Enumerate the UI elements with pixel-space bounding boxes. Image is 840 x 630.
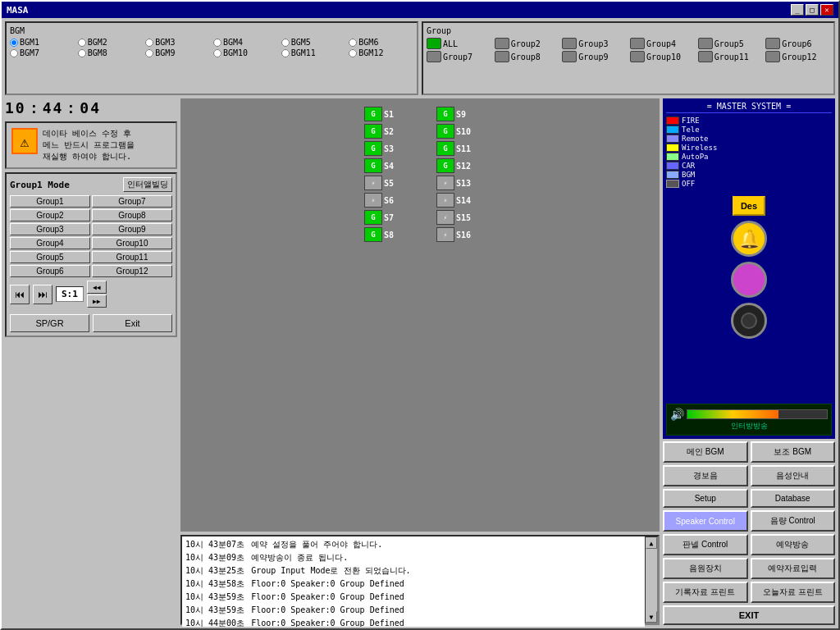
reservation-input-button[interactable]: 예약자료입력 xyxy=(751,558,836,579)
bgm3-label: BGM3 xyxy=(155,38,175,47)
group3-btn[interactable]: Group3 xyxy=(562,38,627,49)
bgm5-radio[interactable] xyxy=(281,39,290,47)
group11-label: Group11 xyxy=(714,52,749,62)
minimize-button[interactable]: _ xyxy=(791,4,804,16)
setup-button[interactable]: Setup xyxy=(663,489,748,508)
s6-button[interactable]: ⚡ xyxy=(364,193,382,208)
group9-btn[interactable]: Group9 xyxy=(562,51,627,62)
bgm7-radio[interactable] xyxy=(10,49,18,57)
s12-button[interactable]: G xyxy=(436,158,454,173)
sub-bgm-button[interactable]: 보조 BGM xyxy=(751,441,836,463)
panel-control-button[interactable]: 판넬 Control xyxy=(663,534,748,555)
s3-button[interactable]: G xyxy=(364,141,382,156)
s9-button[interactable]: G xyxy=(436,107,454,121)
group4-btn-small[interactable]: Group4 xyxy=(10,237,90,249)
group9-small-btn[interactable]: Group9 xyxy=(92,223,172,235)
voice-guide-button[interactable]: 음성안내 xyxy=(751,465,836,486)
group4-indicator xyxy=(630,38,645,49)
scroll-down-arrow[interactable]: ▼ xyxy=(646,611,657,623)
group6-btn[interactable]: Group6 xyxy=(765,38,830,49)
s10-button[interactable]: G xyxy=(436,124,454,139)
legend-tele: Tele xyxy=(666,126,832,134)
maximize-button[interactable]: □ xyxy=(806,4,819,16)
s13-button[interactable]: ⚡ xyxy=(436,176,454,190)
speaker-s5: ⚡ S5 xyxy=(364,176,404,190)
group-all-btn[interactable]: ALL xyxy=(427,38,491,49)
group4-btn[interactable]: Group4 xyxy=(630,38,695,49)
group10-small-btn[interactable]: Group10 xyxy=(92,237,172,249)
group1-btn[interactable]: Group1 xyxy=(10,195,90,208)
group3-btn-small[interactable]: Group3 xyxy=(10,223,90,235)
group7-btn[interactable]: Group7 xyxy=(427,51,491,62)
group8-btn[interactable]: Group8 xyxy=(495,51,559,62)
group11-btn[interactable]: Group11 xyxy=(698,51,763,62)
group6-btn-small[interactable]: Group6 xyxy=(10,265,90,277)
bell-button[interactable]: 🔔 xyxy=(731,221,767,257)
main-bgm-button[interactable]: 메인 BGM xyxy=(663,441,748,463)
s7-button[interactable]: G xyxy=(364,210,382,225)
group12-btn[interactable]: Group12 xyxy=(765,51,830,62)
interbldg-button[interactable]: 인터앨빌딩 xyxy=(123,177,172,192)
left-panel: 10：44：04 ⚠ 데이타 베이스 수정 후메느 반드시 프로그램을재실행 하… xyxy=(5,98,177,625)
bgm1-radio[interactable] xyxy=(10,39,18,47)
s8-label: S8 xyxy=(384,231,404,240)
group5-btn[interactable]: Group5 xyxy=(698,38,763,49)
log-scrollbar[interactable]: ▲ ▼ xyxy=(645,536,658,623)
alert-button[interactable]: 경보음 xyxy=(663,465,748,486)
bgm8-radio[interactable] xyxy=(78,49,86,57)
group2-btn[interactable]: Group2 xyxy=(495,38,559,49)
speaker-s2: G S2 xyxy=(364,124,404,139)
group2-btn-small[interactable]: Group2 xyxy=(10,209,90,221)
group11-small-btn[interactable]: Group11 xyxy=(92,251,172,263)
group10-label: Group10 xyxy=(646,52,681,62)
s2-button[interactable]: G xyxy=(364,124,382,139)
s14-button[interactable]: ⚡ xyxy=(436,193,454,208)
group5-btn-small[interactable]: Group5 xyxy=(10,251,90,263)
s4-button[interactable]: G xyxy=(364,158,382,173)
bgm11-radio[interactable] xyxy=(281,49,290,57)
s1-button[interactable]: G xyxy=(364,107,382,121)
circle-button-pink[interactable] xyxy=(731,262,767,298)
speaker-s15: ⚡ S15 xyxy=(436,210,476,225)
close-button[interactable]: ✕ xyxy=(820,4,833,16)
bgm9-radio[interactable] xyxy=(145,49,153,57)
scroll-up-arrow[interactable]: ▲ xyxy=(646,537,657,549)
bgm12-radio[interactable] xyxy=(349,49,357,57)
volume-control-button[interactable]: 음량 Control xyxy=(751,510,836,532)
des-button[interactable]: Des xyxy=(733,196,765,216)
speaker-next-btn[interactable]: ▶▶ xyxy=(87,294,107,308)
bgm2-radio[interactable] xyxy=(78,39,86,47)
s5-button[interactable]: ⚡ xyxy=(364,176,382,190)
group10-btn[interactable]: Group10 xyxy=(630,51,695,62)
sp-gr-button[interactable]: SP/GR xyxy=(10,314,89,332)
bgm4-radio[interactable] xyxy=(213,39,221,47)
speaker-s8: G S8 xyxy=(364,227,404,242)
bgm3-radio[interactable] xyxy=(145,39,153,47)
prev-icon-btn[interactable]: ⏮ xyxy=(10,285,30,304)
s11-button[interactable]: G xyxy=(436,141,454,156)
group12-small-btn[interactable]: Group12 xyxy=(92,265,172,277)
bgm10-radio[interactable] xyxy=(213,49,221,57)
today-print-button[interactable]: 오늘자료 프린트 xyxy=(751,582,836,603)
database-button[interactable]: Database xyxy=(751,489,836,508)
speaker-column-right: G S9 G S10 G S11 G S12 xyxy=(436,107,476,242)
bgm6-radio[interactable] xyxy=(349,39,357,47)
exit-button[interactable]: EXIT xyxy=(663,605,835,625)
exit-small-button[interactable]: Exit xyxy=(93,314,172,332)
circle-button-dark[interactable] xyxy=(731,303,767,339)
reservation-broadcast-button[interactable]: 예약방송 xyxy=(751,534,836,555)
audio-device-button[interactable]: 음원장치 xyxy=(663,558,748,579)
legend-autopa: AutoPa xyxy=(666,153,832,161)
s-arrows: ◀◀ ▶▶ xyxy=(87,281,107,308)
s8-button[interactable]: G xyxy=(364,227,382,242)
speaker-control-button[interactable]: Speaker Control xyxy=(663,510,748,532)
speaker-prev-btn[interactable]: ◀◀ xyxy=(87,281,107,294)
next-icon-btn[interactable]: ⏭ xyxy=(33,285,52,304)
log-area[interactable]: 10시 43분07초예약 설정을 풀어 주어야 합니다. 10시 43분09초예… xyxy=(182,536,645,627)
record-print-button[interactable]: 기록자료 프린트 xyxy=(663,582,748,603)
s16-button[interactable]: ⚡ xyxy=(436,227,454,242)
s15-button[interactable]: ⚡ xyxy=(436,210,454,225)
log-entry-5: 10시 43분59초Floor:0 Speaker:0 Group Define… xyxy=(185,591,641,604)
group8-small-btn[interactable]: Group8 xyxy=(92,209,172,221)
group7-small-btn[interactable]: Group7 xyxy=(92,195,172,208)
